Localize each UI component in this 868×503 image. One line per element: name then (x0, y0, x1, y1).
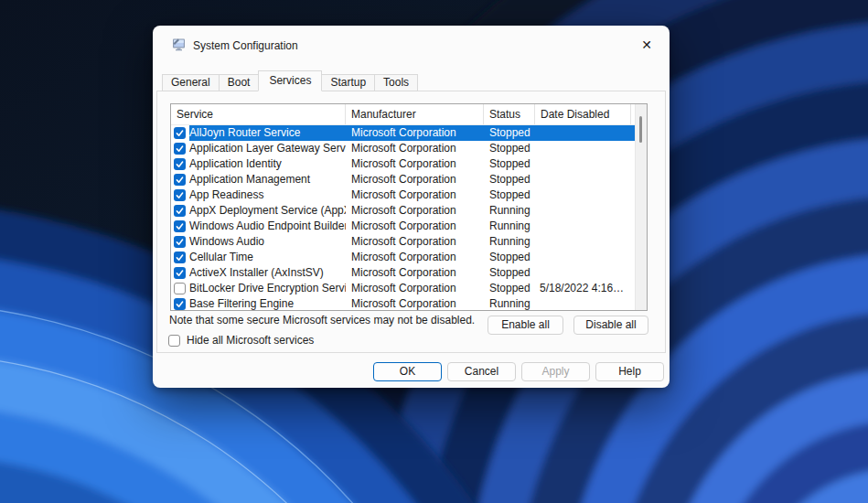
service-checkbox[interactable] (174, 236, 186, 248)
service-status: Running (484, 296, 535, 310)
service-name: Cellular Time (189, 250, 346, 265)
service-date-disabled (535, 141, 627, 156)
service-date-disabled (535, 250, 627, 265)
tab-boot[interactable]: Boot (219, 74, 260, 91)
service-status: Stopped (484, 265, 535, 281)
column-header-service[interactable]: Service (171, 104, 346, 124)
service-status: Stopped (484, 141, 535, 156)
service-status: Stopped (484, 125, 535, 141)
service-name: Base Filtering Engine (189, 296, 346, 310)
service-row[interactable]: Base Filtering EngineMicrosoft Corporati… (171, 296, 635, 310)
service-name: BitLocker Drive Encryption Service (189, 281, 346, 296)
tab-strip: GeneralBootServicesStartupTools (162, 74, 417, 91)
service-row[interactable]: Cellular TimeMicrosoft CorporationStoppe… (171, 250, 635, 265)
service-row[interactable]: AppX Deployment Service (AppX…Microsoft … (171, 203, 635, 219)
service-name: Windows Audio Endpoint Builder (189, 219, 346, 234)
service-date-disabled (535, 265, 627, 281)
disable-all-button[interactable]: Disable all (573, 316, 648, 335)
service-row[interactable]: Application ManagementMicrosoft Corporat… (171, 172, 635, 187)
service-status: Running (484, 203, 535, 219)
service-manufacturer: Microsoft Corporation (346, 234, 484, 250)
service-manufacturer: Microsoft Corporation (346, 203, 484, 219)
service-checkbox[interactable] (174, 283, 186, 294)
service-checkbox[interactable] (174, 298, 186, 310)
service-row[interactable]: AllJoyn Router ServiceMicrosoft Corporat… (171, 125, 635, 141)
services-tab-page: Service Manufacturer Status Date Disable… (156, 91, 666, 353)
hide-microsoft-services-row: Hide all Microsoft services (168, 334, 314, 347)
service-row[interactable]: Application Layer Gateway ServiceMicroso… (171, 141, 635, 156)
service-date-disabled (535, 219, 627, 234)
service-manufacturer: Microsoft Corporation (346, 141, 484, 156)
msconfig-app-icon (171, 37, 187, 52)
service-name: App Readiness (189, 187, 346, 203)
services-rows: AllJoyn Router ServiceMicrosoft Corporat… (171, 125, 635, 310)
enable-all-button[interactable]: Enable all (488, 316, 563, 335)
service-status: Running (484, 219, 535, 234)
service-checkbox[interactable] (174, 127, 186, 139)
tab-services[interactable]: Services (258, 70, 322, 91)
service-row[interactable]: Windows AudioMicrosoft CorporationRunnin… (171, 234, 635, 250)
service-name: ActiveX Installer (AxInstSV) (189, 265, 346, 281)
scrollbar-thumb[interactable] (639, 116, 642, 143)
tab-tools[interactable]: Tools (374, 74, 418, 91)
services-list-header: Service Manufacturer Status Date Disable… (171, 104, 647, 125)
service-name: AppX Deployment Service (AppX… (189, 203, 346, 219)
apply-button[interactable]: Apply (521, 362, 590, 381)
hide-microsoft-services-label: Hide all Microsoft services (187, 334, 314, 347)
service-manufacturer: Microsoft Corporation (346, 219, 484, 234)
service-checkbox[interactable] (174, 220, 186, 232)
service-row[interactable]: App ReadinessMicrosoft CorporationStoppe… (171, 187, 635, 203)
service-manufacturer: Microsoft Corporation (346, 296, 484, 310)
service-name: Application Identity (189, 156, 346, 172)
service-checkbox[interactable] (174, 158, 186, 170)
cancel-button[interactable]: Cancel (447, 362, 516, 381)
hide-microsoft-services-checkbox[interactable] (168, 335, 180, 347)
service-manufacturer: Microsoft Corporation (346, 156, 484, 172)
service-checkbox[interactable] (174, 174, 186, 186)
service-date-disabled (535, 203, 627, 219)
service-date-disabled (535, 187, 627, 203)
close-button[interactable]: ✕ (631, 31, 662, 59)
service-name: Application Management (189, 172, 346, 187)
service-checkbox[interactable] (174, 189, 186, 201)
service-checkbox[interactable] (174, 267, 186, 279)
column-header-status[interactable]: Status (484, 104, 535, 124)
ok-button[interactable]: OK (373, 362, 442, 381)
service-row[interactable]: BitLocker Drive Encryption ServiceMicros… (171, 281, 635, 296)
service-date-disabled (535, 234, 627, 250)
vertical-scrollbar[interactable] (635, 104, 647, 310)
column-header-date-disabled[interactable]: Date Disabled (535, 104, 631, 124)
service-status: Stopped (484, 156, 535, 172)
tab-general[interactable]: General (162, 74, 220, 91)
services-note: Note that some secure Microsoft services… (169, 314, 489, 326)
service-manufacturer: Microsoft Corporation (346, 265, 484, 281)
window-title: System Configuration (193, 39, 298, 52)
service-name: Windows Audio (189, 234, 346, 250)
title-bar: System Configuration ✕ (153, 26, 670, 64)
service-status: Running (484, 234, 535, 250)
service-name: Application Layer Gateway Service (189, 141, 346, 156)
service-date-disabled (535, 156, 627, 172)
column-header-manufacturer[interactable]: Manufacturer (346, 104, 484, 124)
system-configuration-window: System Configuration ✕ GeneralBootServic… (153, 26, 670, 388)
service-checkbox[interactable] (174, 205, 186, 217)
service-checkbox[interactable] (174, 252, 186, 263)
service-date-disabled (535, 296, 627, 310)
services-list: Service Manufacturer Status Date Disable… (170, 103, 648, 311)
service-manufacturer: Microsoft Corporation (346, 187, 484, 203)
service-row[interactable]: Windows Audio Endpoint BuilderMicrosoft … (171, 219, 635, 234)
service-status: Stopped (484, 172, 535, 187)
service-name: AllJoyn Router Service (189, 125, 346, 141)
help-button[interactable]: Help (595, 362, 664, 381)
service-manufacturer: Microsoft Corporation (346, 281, 484, 296)
service-checkbox[interactable] (174, 143, 186, 155)
service-date-disabled (535, 125, 627, 141)
tab-startup[interactable]: Startup (321, 74, 375, 91)
service-status: Stopped (484, 281, 535, 296)
service-date-disabled (535, 172, 627, 187)
service-row[interactable]: ActiveX Installer (AxInstSV)Microsoft Co… (171, 265, 635, 281)
service-date-disabled: 5/18/2022 4:16… (535, 281, 627, 296)
service-row[interactable]: Application IdentityMicrosoft Corporatio… (171, 156, 635, 172)
service-status: Stopped (484, 187, 535, 203)
service-manufacturer: Microsoft Corporation (346, 125, 484, 141)
